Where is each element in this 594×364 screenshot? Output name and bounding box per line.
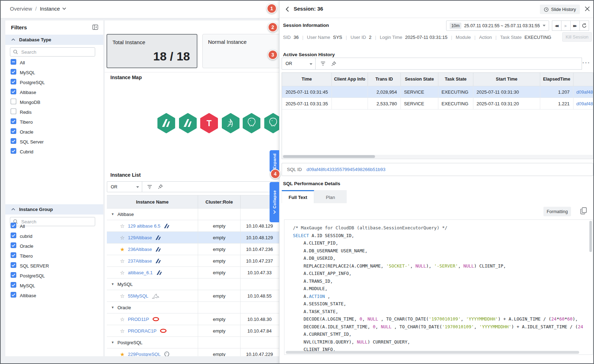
filter-section-header-instance-group[interactable]: Instance Group — [5, 204, 103, 215]
breadcrumb-instance[interactable]: Instance — [40, 6, 60, 12]
star-filled-icon[interactable]: ★ — [120, 352, 125, 357]
ash-row[interactable]: 2025-07-11 03:31:352,533,780SERVICEEXECU… — [282, 98, 593, 110]
checkbox-item-postgresql[interactable]: PostgreSQL — [5, 271, 103, 280]
more-options-icon[interactable]: ··· — [582, 59, 590, 66]
checkbox-checked-icon[interactable] — [11, 282, 16, 289]
checkbox-checked-icon[interactable] — [11, 138, 16, 145]
breadcrumb-overview[interactable]: Overview — [10, 6, 32, 12]
checkbox-checked-icon[interactable] — [11, 69, 16, 76]
checkbox-checked-icon[interactable] — [11, 252, 16, 259]
ash-filter-operator-select[interactable]: OR — [282, 58, 316, 70]
star-outline-icon[interactable]: ☆ — [120, 258, 125, 264]
copy-icon[interactable] — [580, 207, 587, 216]
filter-section-header-database-type[interactable]: Database Type — [5, 35, 103, 45]
tab-plan[interactable]: Plan — [314, 190, 347, 203]
checkbox-item-mysql[interactable]: MySQL — [5, 281, 103, 290]
collapse-panel-icon[interactable] — [92, 24, 98, 31]
sql-id-link[interactable]: d09af48fc43335579945498266b51b93 — [306, 167, 385, 172]
instance-link[interactable]: PROD11P — [128, 317, 149, 322]
total-instance-card[interactable]: Total Instance 18 / 18 — [106, 34, 197, 68]
checkbox-checked-icon[interactable] — [11, 128, 16, 135]
checkbox-item-sql-server[interactable]: SQL Server — [5, 137, 103, 146]
star-outline-icon[interactable]: ☆ — [120, 270, 125, 275]
checkbox-item-oracle[interactable]: Oracle — [5, 127, 103, 136]
filter-icon[interactable] — [320, 61, 326, 66]
checkbox-unchecked-icon[interactable] — [11, 99, 16, 106]
instance-node-sqlserver[interactable] — [221, 113, 240, 133]
instance-link[interactable]: 129 altibase 6.5 — [128, 223, 160, 229]
instance-node-altibase[interactable] — [157, 113, 175, 133]
filter-operator-select[interactable]: OR — [107, 181, 142, 192]
checkbox-item-mysql[interactable]: MySQL — [5, 68, 103, 77]
code-horizontal-scrollbar[interactable] — [286, 351, 579, 354]
checkbox-checked-icon[interactable] — [11, 223, 16, 230]
checkbox-item-cubrid[interactable]: Cubrid — [5, 147, 103, 156]
instance-link[interactable]: 237Altibase — [128, 258, 152, 264]
checkbox-item-tibero[interactable]: Tibero — [5, 117, 103, 127]
group-row-altibase[interactable]: ▼Altibase — [107, 209, 279, 220]
checkbox-checked-icon[interactable] — [11, 292, 16, 299]
instance-row-prod11p[interactable]: ☆PROD11Pempty10.10.48.30 — [107, 313, 279, 325]
triangle-down-icon[interactable]: ▼ — [111, 306, 114, 309]
col-instance-name[interactable]: Instance Name — [107, 195, 198, 208]
col-cluster-role[interactable]: Cluster:Role — [198, 195, 241, 208]
checkbox-checked-icon[interactable] — [11, 262, 16, 269]
instance-node-tibero[interactable]: T — [200, 113, 218, 133]
star-outline-icon[interactable]: ☆ — [120, 223, 125, 229]
pin-icon[interactable] — [331, 61, 336, 66]
triangle-down-icon[interactable]: ▼ — [111, 212, 114, 216]
normal-instance-card[interactable]: Normal Instance — [202, 34, 279, 68]
play-button[interactable]: ▶ — [561, 20, 571, 31]
checkbox-checked-icon[interactable] — [11, 242, 16, 249]
checkbox-checked-icon[interactable] — [11, 118, 16, 125]
instance-link[interactable]: altibase_6.1 — [128, 270, 152, 275]
checkbox-item-altibase[interactable]: Altibase — [5, 88, 103, 97]
ash-row[interactable]: 2025-07-11 03:31:452,028,954SERVICEEXECU… — [282, 86, 593, 98]
sql-id-link[interactable]: d09af48fc43335579945498266b51b93 — [573, 86, 593, 98]
instance-row-237altibase[interactable]: ☆237Altibaseempty10.10.47.237 — [107, 255, 279, 267]
checkbox-unchecked-icon[interactable] — [11, 108, 16, 116]
checkbox-item-sql-server[interactable]: SQL SERVER — [5, 261, 103, 270]
checkbox-checked-icon[interactable] — [11, 233, 16, 240]
instance-row-prodrac1p[interactable]: ☆PRODRAC1Pempty10.10.47.84 — [107, 325, 279, 337]
star-filled-icon[interactable]: ★ — [120, 247, 125, 252]
scrollbar-thumb[interactable] — [283, 155, 375, 158]
refresh-button[interactable] — [579, 20, 589, 31]
instance-node-postgresql[interactable] — [242, 113, 261, 133]
collapse-tab[interactable]: Collapse — [270, 182, 279, 222]
ash-col-time[interactable]: Time — [282, 73, 332, 86]
checkbox-checked-icon[interactable] — [11, 79, 16, 86]
search-input[interactable] — [21, 49, 95, 55]
instance-node-postgresql[interactable] — [264, 113, 279, 133]
instance-row-236altibase[interactable]: ★236Altibaseempty10.10.47.236 — [107, 243, 279, 255]
step-backward-button[interactable]: ◀◀ — [552, 20, 561, 31]
instance-link[interactable]: 229PostgreSQL — [128, 352, 161, 357]
instance-row-129altibase[interactable]: ☆129Altibaseempty10.10.48.129 — [107, 232, 279, 243]
group-row-mysql[interactable]: ▼MySQL — [107, 278, 279, 290]
sql-id-link[interactable]: d09af48fc43335579945498266b51b93 — [573, 98, 593, 109]
ash-col-task-state[interactable]: Task State — [438, 73, 473, 86]
ash-col-elapsedtime[interactable]: ElapsedTime — [540, 73, 573, 86]
checkbox-item-all[interactable]: All — [5, 222, 103, 231]
checkbox-item-all[interactable]: All — [5, 58, 103, 67]
checkbox-item-tibero[interactable]: Tibero — [5, 251, 103, 260]
star-outline-icon[interactable]: ☆ — [120, 235, 125, 240]
tab-full-text[interactable]: Full Text — [282, 190, 314, 203]
slide-history-button[interactable]: Slide History — [540, 5, 580, 14]
checkbox-item-altibase[interactable]: Altibase — [5, 291, 103, 300]
instance-row-altibase-6-1[interactable]: ☆altibase_6.1empty10.10.47.33 — [107, 267, 279, 278]
pin-icon[interactable] — [158, 184, 163, 189]
instance-row-229postgresql[interactable]: ★229PostgreSQLempty10.10.47.229 — [107, 348, 279, 356]
kill-session-button[interactable]: Kill Session — [562, 32, 592, 42]
ash-col-session-state[interactable]: Session State — [401, 73, 438, 86]
instance-link[interactable]: 236Altibase — [128, 247, 152, 252]
checkbox-item-mongodb[interactable]: MongoDB — [5, 98, 103, 107]
filter-icon[interactable] — [147, 184, 152, 189]
chevron-down-icon[interactable] — [62, 7, 66, 10]
star-outline-icon[interactable]: ☆ — [120, 328, 125, 334]
star-outline-icon[interactable]: ☆ — [120, 293, 125, 299]
instance-row-129-altibase-6-5[interactable]: ☆129 altibase 6.5empty10.10.48.129 — [107, 220, 279, 232]
ash-col-client-app-info[interactable]: Client App Info — [332, 73, 368, 86]
checkbox-checked-icon[interactable] — [11, 89, 16, 96]
ash-col-trans-id[interactable]: Trans ID — [368, 73, 401, 86]
